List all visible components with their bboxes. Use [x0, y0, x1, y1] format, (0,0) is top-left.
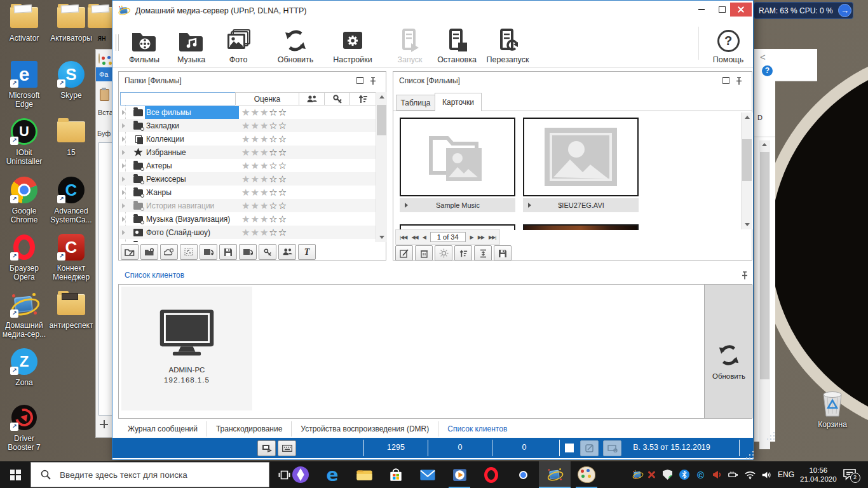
settings-button[interactable]: Настройки	[330, 24, 376, 64]
scroll-up-icon[interactable]	[762, 143, 767, 146]
brightness-button[interactable]	[435, 245, 452, 261]
scroll-thumb[interactable]	[377, 105, 386, 135]
start-button[interactable]	[0, 461, 31, 488]
widget-arrow-button[interactable]: →	[838, 4, 851, 17]
window-resize-grip[interactable]	[749, 454, 750, 456]
media-card[interactable]: $IEU27EG.AVI	[523, 118, 639, 212]
tab-message-log[interactable]: Журнал сообщений	[119, 421, 207, 437]
scroll-down-icon[interactable]	[376, 233, 387, 242]
expander-icon[interactable]	[119, 110, 132, 115]
tree-row[interactable]: Закладки ★★★☆☆	[119, 119, 376, 132]
minimize-button[interactable]	[692, 3, 711, 17]
image-reload-button[interactable]	[200, 244, 217, 260]
tree-row[interactable]: Фото (Слайд-шоу) ★★★☆☆	[119, 226, 376, 239]
tab-clients-list[interactable]: Список клиентов	[438, 421, 516, 437]
rating-column-header[interactable]: Оценка	[235, 92, 299, 105]
tray-wifi-icon[interactable]	[745, 470, 756, 480]
tray-bluetooth-icon[interactable]	[679, 470, 689, 480]
desktop-icon-15[interactable]: 15	[47, 118, 95, 157]
key-button[interactable]	[259, 244, 276, 260]
taskbar-wmp-button[interactable]	[444, 461, 475, 488]
taskbar-hms-button[interactable]	[539, 461, 571, 488]
tray-copyright-icon[interactable]: ©	[695, 470, 706, 480]
rating-stars[interactable]: ★★★☆☆	[241, 105, 287, 119]
desktop-icon-chrome[interactable]: ↗ Google Chrome	[0, 177, 48, 224]
filter-input[interactable]	[120, 92, 236, 105]
background-window-right[interactable]: D	[754, 81, 775, 442]
sort-column-header[interactable]	[349, 92, 376, 105]
taskbar-edge-button[interactable]: e	[316, 461, 348, 488]
background-window-paint[interactable]: Фа Вста Буф	[95, 49, 112, 438]
tab-transcoding[interactable]: Транскодирование	[207, 421, 292, 437]
panel-pin-button[interactable]	[369, 77, 378, 85]
tray-hms-icon[interactable]	[629, 470, 640, 480]
maximize-button[interactable]	[712, 3, 731, 17]
desktop-icon-antirespekt[interactable]: антиреспект	[47, 291, 95, 330]
clients-refresh-button[interactable]: Обновить	[704, 285, 753, 418]
key-column-header[interactable]	[324, 92, 350, 105]
search-input[interactable]	[58, 470, 269, 480]
text-tool-button[interactable]: T	[298, 244, 316, 260]
delete-button[interactable]	[415, 245, 433, 261]
media-card-partial[interactable]	[523, 224, 639, 230]
taskbar-paint-button[interactable]	[571, 461, 602, 488]
sort-button[interactable]	[454, 245, 472, 261]
tab-table[interactable]: Таблица	[396, 95, 435, 111]
stop-server-button[interactable]: Остановка	[434, 24, 480, 64]
scroll-up-icon[interactable]	[742, 112, 752, 122]
paint-file-tab[interactable]: Фа	[96, 67, 112, 81]
tab-dmr-devices[interactable]: Устройства воспроизведения (DMR)	[292, 421, 438, 437]
list-scrollbar[interactable]	[741, 112, 752, 229]
media-card[interactable]: Sample Music	[400, 118, 515, 212]
scroll-up-icon[interactable]	[376, 92, 387, 102]
tree-row[interactable]: Все фильмы ★★★☆☆	[119, 105, 376, 119]
desktop-icon-driver-booster[interactable]: ↗ Driver Booster 7	[0, 404, 48, 452]
people-button[interactable]	[278, 244, 296, 260]
pager-fast-back-button[interactable]: ◀◀	[411, 234, 417, 240]
desktop-icon-zona[interactable]: Z↗ Zona	[0, 348, 48, 387]
tray-power-icon[interactable]	[728, 470, 739, 480]
pager-first-button[interactable]: |◀◀	[400, 234, 407, 240]
save-button[interactable]	[219, 244, 237, 260]
help-button[interactable]: ? Помощь	[705, 24, 752, 64]
desktop-icon-connect-manager[interactable]: C↗ Коннект Менеджер	[47, 234, 95, 281]
music-button[interactable]: Музыка	[168, 24, 214, 64]
background-window-right-top[interactable]: < ?	[754, 49, 817, 81]
pager-next-button[interactable]: ▶	[470, 234, 473, 240]
desktop-icon-recycle-bin[interactable]: Корзина	[808, 390, 857, 429]
tree-row[interactable]: Актеры ★★★☆☆	[119, 159, 376, 172]
noise-button[interactable]	[180, 244, 198, 260]
films-button[interactable]: Фильмы	[121, 24, 167, 64]
taskbar-mail-button[interactable]	[412, 461, 444, 488]
tray-driver-icon[interactable]	[646, 470, 656, 480]
close-button[interactable]	[730, 3, 752, 17]
taskbar-search[interactable]	[31, 462, 269, 487]
tray-defender-icon[interactable]: ✓	[662, 470, 673, 480]
taskbar-opera-button[interactable]	[475, 461, 507, 488]
desktop-icon-hms[interactable]: ↗ Домашний медиа-сер...	[0, 291, 48, 339]
language-indicator[interactable]: ENG	[778, 470, 794, 479]
edit-button[interactable]	[395, 245, 413, 261]
tab-cards[interactable]: Карточки	[435, 93, 482, 111]
scroll-thumb[interactable]	[742, 139, 752, 181]
help-badge-icon[interactable]: ?	[762, 65, 773, 76]
save-list-button[interactable]	[494, 245, 512, 261]
tree-row[interactable]: Музыка (Визуализация) ★★★☆☆	[119, 212, 376, 226]
restart-server-button[interactable]: Перезапуск	[482, 24, 533, 64]
desktop-icon-activator[interactable]: Activator	[0, 4, 48, 43]
tree-row[interactable]: Избранные ★★★☆☆	[119, 146, 376, 159]
toolbar-grip[interactable]	[116, 34, 119, 51]
tree-row[interactable]: Коллекции ★★★☆☆	[119, 132, 376, 146]
back-chevron-icon[interactable]: <	[760, 51, 766, 62]
scroll-thumb[interactable]	[760, 152, 770, 379]
clients-pin-button[interactable]	[741, 271, 749, 281]
panel-restore-button[interactable]	[722, 77, 731, 85]
scrollbar[interactable]	[759, 140, 770, 449]
taskbar-clock[interactable]: 10:56 21.04.2020	[800, 466, 837, 484]
refresh-button[interactable]: Обновить	[273, 24, 318, 64]
desktop-icon-edge[interactable]: e↗ Microsoft Edge	[0, 61, 48, 109]
panel-pin-button[interactable]	[735, 77, 744, 85]
fit-height-button[interactable]	[474, 245, 492, 261]
resize-grip[interactable]	[770, 435, 771, 437]
tray-volume-icon[interactable]	[761, 470, 772, 480]
